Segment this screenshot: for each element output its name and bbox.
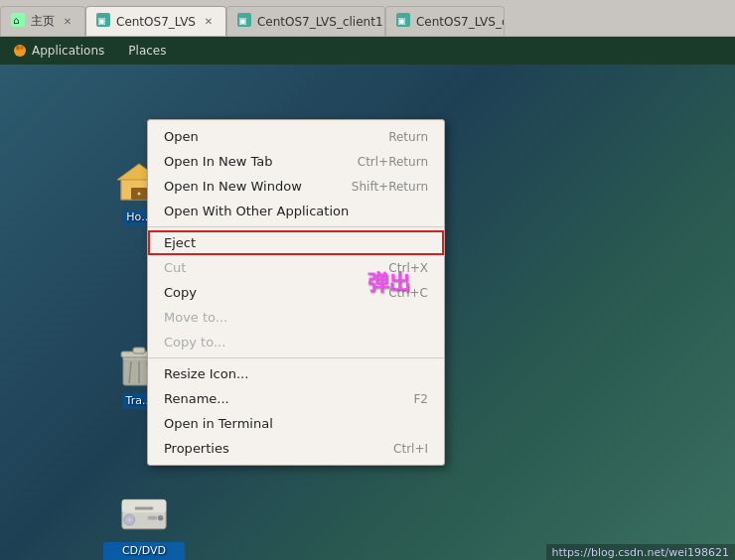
context-menu-move-to: Move to... (148, 305, 444, 330)
svg-rect-23 (122, 499, 166, 512)
svg-point-26 (127, 518, 131, 522)
open-shortcut: Return (388, 130, 428, 144)
svg-text:⌂: ⌂ (13, 15, 19, 26)
centos-lvs-tab-icon: ▣ (96, 13, 110, 30)
svg-rect-24 (135, 507, 153, 510)
svg-point-14 (138, 193, 141, 196)
partial-tab-icon: ▣ (396, 13, 410, 30)
open-new-window-label: Open In New Window (164, 179, 302, 194)
copy-to-label: Copy to... (164, 335, 225, 350)
tab-home-label: 主页 (31, 13, 55, 30)
tab-centos-lvs-cl[interactable]: ▣ CentOS7_LVS_cl (385, 6, 505, 36)
tab-home[interactable]: ⌂ 主页 ✕ (0, 6, 85, 36)
gnome-foot-icon (12, 43, 28, 59)
context-menu-eject[interactable]: Eject (148, 230, 444, 255)
tab-centos-lvs-label: CentOS7_LVS (116, 15, 196, 29)
rename-label: Rename... (164, 391, 229, 406)
context-menu-open-new-window[interactable]: Open In New Window Shift+Return (148, 174, 444, 199)
svg-rect-21 (133, 348, 145, 353)
desktop-icon-cd[interactable]: CD/DVD Drive (99, 487, 189, 560)
tab-partial-label: CentOS7_LVS_cl (416, 15, 505, 29)
resize-icon-label: Resize Icon... (164, 366, 248, 381)
tab-home-close[interactable]: ✕ (61, 15, 74, 29)
open-terminal-label: Open in Terminal (164, 416, 273, 431)
menu-bar: Applications Places (0, 37, 735, 65)
tab-centos-lvs-close[interactable]: ✕ (202, 15, 216, 29)
context-menu-open-terminal[interactable]: Open in Terminal (148, 411, 444, 436)
svg-text:▣: ▣ (397, 16, 406, 26)
annotation-bubble: 弹出 (368, 268, 411, 298)
context-menu-open-new-tab[interactable]: Open In New Tab Ctrl+Return (148, 149, 444, 174)
open-label: Open (164, 129, 199, 144)
places-label: Places (128, 44, 166, 58)
status-bar: https://blog.csdn.net/wei198621 (546, 544, 735, 560)
separator-1 (148, 226, 444, 227)
cd-label: CD/DVD Drive (103, 542, 185, 560)
home-tab-icon: ⌂ (11, 13, 25, 30)
context-menu-resize-icon[interactable]: Resize Icon... (148, 361, 444, 386)
status-url: https://blog.csdn.net/wei198621 (552, 546, 729, 559)
svg-rect-28 (148, 516, 157, 520)
menu-item-applications[interactable]: Applications (8, 41, 108, 61)
open-new-tab-label: Open In New Tab (164, 154, 273, 169)
separator-2 (148, 357, 444, 358)
svg-text:▣: ▣ (97, 16, 106, 26)
move-to-label: Move to... (164, 310, 227, 325)
copy-label: Copy (164, 285, 197, 300)
cd-image (120, 490, 168, 538)
menu-item-places[interactable]: Places (124, 42, 170, 60)
annotation-text: 弹出 (368, 270, 411, 295)
context-menu-open-with-other[interactable]: Open With Other Application (148, 199, 444, 223)
tab-centos-lvs-client1[interactable]: ▣ CentOS7_LVS_client1 ✕ (226, 6, 385, 36)
rename-shortcut: F2 (413, 392, 428, 406)
context-menu-rename[interactable]: Rename... F2 (148, 386, 444, 411)
browser-chrome: ⌂ 主页 ✕ ▣ CentOS7_LVS ✕ ▣ CentOS7_LVS_cli… (0, 0, 735, 37)
context-menu-copy-to: Copy to... (148, 330, 444, 354)
svg-point-27 (158, 515, 164, 521)
svg-point-9 (16, 46, 20, 51)
applications-label: Applications (32, 44, 104, 58)
open-new-window-shortcut: Shift+Return (352, 180, 428, 194)
context-menu-open[interactable]: Open Return (148, 124, 444, 149)
svg-point-10 (21, 46, 24, 50)
properties-label: Properties (164, 441, 229, 456)
client1-tab-icon: ▣ (237, 13, 251, 30)
eject-label: Eject (164, 235, 196, 250)
open-new-tab-shortcut: Ctrl+Return (358, 155, 428, 169)
tab-centos-client1-label: CentOS7_LVS_client1 (257, 15, 383, 29)
desktop: Ho... Tra... (0, 65, 735, 560)
svg-text:▣: ▣ (238, 16, 247, 26)
open-with-other-label: Open With Other Application (164, 204, 349, 218)
cut-label: Cut (164, 260, 186, 275)
context-menu-properties[interactable]: Properties Ctrl+I (148, 436, 444, 461)
tab-centos-lvs[interactable]: ▣ CentOS7_LVS ✕ (85, 6, 226, 36)
svg-point-8 (14, 45, 26, 57)
tab-bar: ⌂ 主页 ✕ ▣ CentOS7_LVS ✕ ▣ CentOS7_LVS_cli… (0, 0, 735, 36)
properties-shortcut: Ctrl+I (393, 442, 428, 456)
